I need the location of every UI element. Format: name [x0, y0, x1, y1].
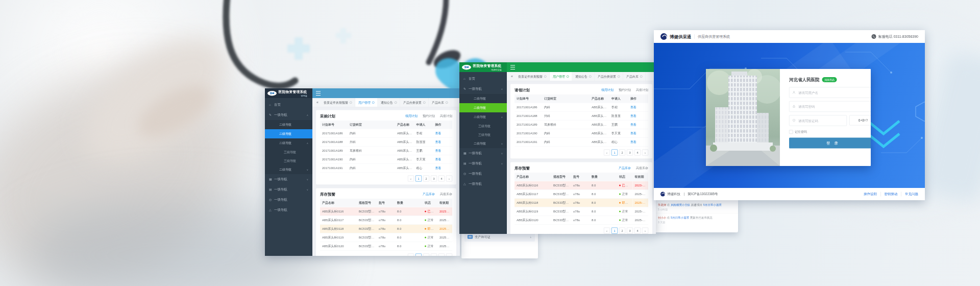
view-link[interactable]: 查看 [630, 140, 636, 144]
page-button[interactable]: › [642, 228, 648, 234]
page-button[interactable]: 2 [619, 150, 625, 156]
card-header-link[interactable]: 产品库存 [423, 192, 435, 197]
sidebar-item[interactable]: 三级导航 [459, 130, 507, 139]
feed-link[interactable]: 5月日常小需求 [703, 203, 722, 206]
sidebar-item[interactable]: 二级导航 [265, 129, 312, 138]
tab-close-dot-icon[interactable] [589, 75, 592, 78]
page-button[interactable]: 1 [415, 176, 422, 182]
sidebar-item[interactable]: 三级导航 [265, 156, 312, 165]
tab-close-dot-icon[interactable] [567, 75, 569, 78]
page-button[interactable]: 2 [423, 176, 429, 182]
sidebar-item[interactable]: 二级导航 [459, 94, 507, 103]
captcha-input[interactable] [798, 118, 844, 123]
sidebar-item[interactable]: 三级导航 [265, 148, 312, 156]
footer-link[interactable]: 密钥驱动 [880, 192, 898, 197]
page-button[interactable]: 2 [619, 228, 625, 234]
view-link[interactable]: 查看 [435, 140, 442, 144]
page-tab[interactable]: 通知公告 [378, 98, 400, 107]
sidebar-item[interactable]: 一级导航 [265, 195, 312, 205]
view-link[interactable]: 查看 [435, 166, 442, 170]
login-button[interactable]: 登 录 [789, 138, 871, 149]
view-link[interactable]: 查看 [435, 149, 442, 152]
sidebar-item[interactable]: 一级导航 [265, 110, 312, 120]
view-link[interactable]: 查看 [630, 105, 636, 109]
tab-close-dot-icon[interactable] [618, 75, 620, 78]
tab-close-dot-icon[interactable] [395, 101, 397, 104]
page-button[interactable]: › [446, 176, 452, 182]
sidebar-item[interactable]: 二级导航 [265, 165, 312, 174]
feed-user[interactable]: 付小小 [658, 216, 667, 219]
double-left-icon[interactable]: « [314, 101, 321, 105]
page-button[interactable]: ‹ [408, 254, 414, 256]
card-header-link[interactable]: 领用计划 [405, 114, 418, 118]
hamburger-icon[interactable] [316, 91, 321, 96]
page-button[interactable]: › [446, 254, 452, 256]
page-tab[interactable]: 资质证件效期预警 [321, 98, 355, 107]
tab-close-dot-icon[interactable] [640, 75, 643, 78]
page-button[interactable]: 3 [431, 176, 437, 182]
page-tab[interactable]: 产品出库 [429, 98, 451, 107]
footer-link[interactable]: 常见问题 [901, 192, 919, 197]
hamburger-icon[interactable] [510, 65, 515, 69]
card-header-link[interactable]: 预约计划 [619, 88, 631, 92]
page-button[interactable]: ‹ [408, 176, 414, 182]
feed-link[interactable]: 5月日常小需求 [671, 216, 689, 219]
sidebar-item[interactable]: 三级导航 [459, 122, 507, 130]
card-header-link[interactable]: 高值计划 [636, 88, 648, 92]
view-link[interactable]: 查看 [435, 157, 442, 161]
sidebar-item[interactable]: 首页 [459, 74, 507, 84]
page-button[interactable]: 4 [438, 176, 445, 182]
tab-close-dot-icon[interactable] [423, 101, 426, 104]
sidebar-item[interactable]: 一级导航 [459, 179, 507, 189]
page-tab[interactable]: 通知公告 [572, 72, 595, 81]
sidebar-item[interactable]: 二级导航 [459, 139, 507, 148]
sidebar-item[interactable]: 一级导航 [459, 84, 507, 94]
sidebar-item[interactable]: 二级导航 [265, 138, 312, 148]
card-header-link[interactable]: 高值库存 [440, 192, 452, 197]
page-button[interactable]: 4 [634, 228, 641, 234]
tab-close-dot-icon[interactable] [350, 101, 352, 104]
card-header-link[interactable]: 预约计划 [423, 114, 435, 118]
page-button[interactable]: 1 [611, 150, 618, 156]
page-tab[interactable]: 产品分类设置 [595, 72, 623, 81]
page-button[interactable]: 1 [415, 254, 422, 256]
card-header-link[interactable]: 产品库存 [619, 166, 631, 171]
sidebar-item[interactable]: 一级导航 [265, 184, 312, 195]
feed-user[interactable]: 朱老师 [658, 203, 667, 206]
page-button[interactable]: 3 [431, 254, 437, 256]
view-link[interactable]: 查看 [630, 131, 636, 135]
sidebar-item[interactable]: 二级导航 [265, 120, 312, 129]
page-button[interactable]: 3 [627, 150, 633, 156]
page-tab[interactable]: 产品出库 [623, 72, 646, 81]
page-button[interactable]: › [642, 150, 648, 156]
sidebar-item[interactable]: 一级导航 [265, 205, 312, 215]
remember-checkbox[interactable] [789, 130, 793, 134]
tab-close-dot-icon[interactable] [446, 101, 448, 104]
captcha-question[interactable]: 6+8=? [849, 115, 871, 126]
page-button[interactable]: 1 [611, 228, 618, 234]
username-input[interactable] [798, 90, 871, 95]
page-button[interactable]: 4 [634, 150, 641, 156]
page-button[interactable]: ‹ [604, 150, 610, 156]
password-input[interactable] [798, 104, 871, 109]
page-tab[interactable]: 用户管理 [355, 98, 378, 107]
view-link[interactable]: 查看 [435, 131, 442, 135]
sidebar-item[interactable]: 一级导航 [459, 158, 507, 169]
page-tab[interactable]: 资质证件效期预警 [515, 72, 550, 81]
tab-close-dot-icon[interactable] [372, 101, 375, 104]
page-tab[interactable]: 产品分类设置 [400, 98, 429, 107]
sidebar-item[interactable]: 二级导航 [459, 103, 507, 112]
view-link[interactable]: 查看 [630, 114, 636, 117]
download-icon[interactable]: ⇣ [529, 235, 532, 239]
card-header-link[interactable]: 高值库存 [636, 166, 648, 171]
card-header-link[interactable]: 高值计划 [440, 114, 452, 118]
page-tab[interactable]: 用户管理 [549, 72, 572, 81]
sidebar-item[interactable]: 二级导航 [459, 112, 507, 122]
sidebar-item[interactable]: 首页 [265, 100, 312, 110]
double-left-icon[interactable]: « [509, 75, 515, 79]
sidebar-item[interactable]: 一级导航 [265, 174, 312, 184]
page-button[interactable]: 3 [627, 228, 633, 234]
page-button[interactable]: ‹ [604, 228, 610, 234]
feed-link[interactable]: 风险精英小分队 [671, 203, 691, 206]
page-button[interactable]: 4 [438, 254, 445, 256]
